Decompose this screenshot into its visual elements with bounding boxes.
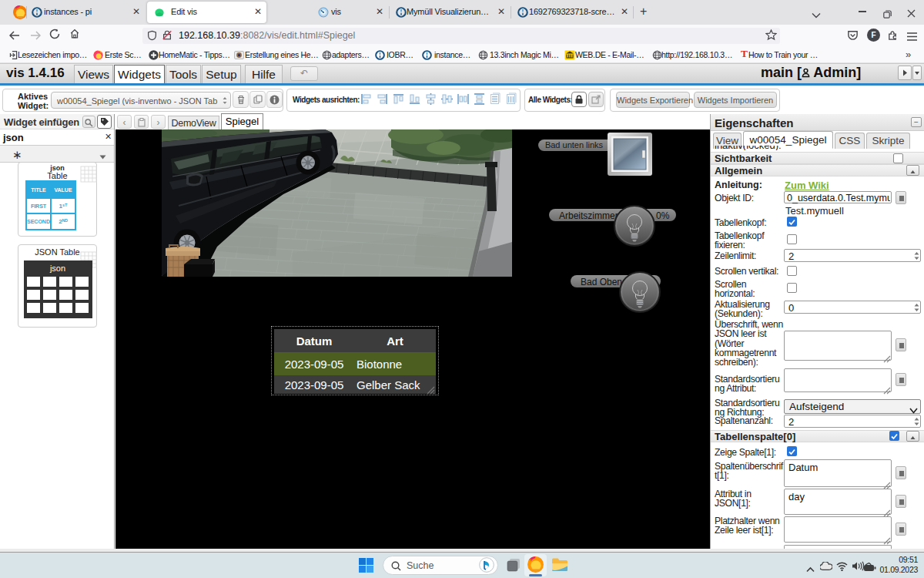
- svg-text:json: json: [49, 264, 65, 273]
- svg-text:SECOND: SECOND: [27, 219, 50, 224]
- svg-text:FIRST: FIRST: [31, 203, 47, 209]
- svg-text:1ˢᵀ: 1ˢᵀ: [59, 203, 68, 210]
- svg-text:2ᴺᴰ: 2ᴺᴰ: [59, 218, 68, 225]
- svg-text:TITLE: TITLE: [31, 187, 46, 193]
- svg-text:VALUE: VALUE: [54, 187, 72, 193]
